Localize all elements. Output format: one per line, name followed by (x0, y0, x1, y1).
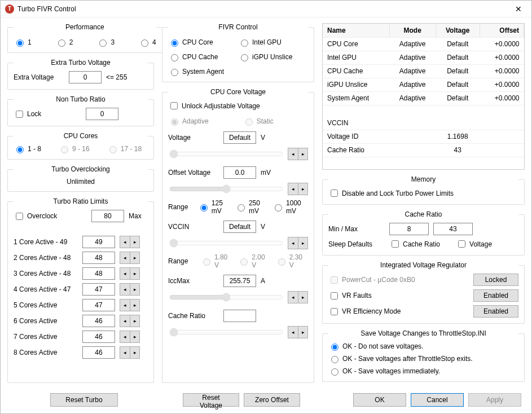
turbo-row-inc-2[interactable]: ▸ (130, 267, 140, 280)
table-row[interactable]: CPU CoreAdaptiveDefault+0.0000 (323, 37, 524, 51)
performance-1[interactable]: 1 (14, 38, 32, 47)
th-voltage[interactable]: Voltage (436, 24, 480, 37)
powercut-status[interactable]: Locked (473, 274, 518, 286)
vccin-dec[interactable]: ◂ (288, 237, 298, 249)
voltage-input[interactable] (223, 131, 256, 144)
vr-efficiency-status[interactable]: Enabled (473, 305, 518, 318)
cache-ratio-slider[interactable] (169, 327, 283, 338)
voltage-inc[interactable]: ▸ (298, 148, 308, 160)
table-row[interactable]: Cache Ratio43 (323, 143, 524, 157)
reset-turbo-button[interactable]: Reset Turbo (50, 393, 118, 407)
turbo-row-input-0[interactable] (82, 236, 115, 248)
unlock-voltage-checkbox[interactable]: Unlock Adjustable Voltage (168, 100, 308, 111)
offset-input[interactable] (223, 166, 256, 179)
vccin-slider[interactable] (169, 237, 283, 249)
turbo-row-inc-5[interactable]: ▸ (130, 315, 140, 327)
turbo-row-inc-1[interactable]: ▸ (130, 252, 140, 264)
turbo-row-dec-2[interactable]: ◂ (120, 267, 130, 280)
fivr-igpu-unslice[interactable]: iGPU Unslice (238, 52, 308, 61)
close-button[interactable]: ✕ (505, 1, 531, 17)
vccin-range-180[interactable]: 1.80 V (200, 253, 233, 269)
vr-faults-status[interactable]: Enabled (473, 289, 518, 302)
th-name[interactable]: Name (323, 24, 389, 37)
turbo-row-input-6[interactable] (82, 331, 115, 343)
table-row[interactable]: System AgentAdaptiveDefault+0.0000 (323, 91, 524, 105)
reset-voltage-button[interactable]: Reset Voltage (183, 393, 239, 407)
offset-inc[interactable]: ▸ (298, 183, 308, 195)
iccmax-inc[interactable]: ▸ (298, 291, 308, 303)
turbo-row-inc-6[interactable]: ▸ (130, 331, 140, 343)
save-opt-0[interactable]: OK - Do not save voltages. (328, 342, 518, 351)
powercut-checkbox[interactable]: PowerCut - µCode 0xB0 (328, 275, 469, 285)
table-row[interactable]: CPU CacheAdaptiveDefault+0.0000 (323, 64, 524, 78)
fivr-cpu-cache[interactable]: CPU Cache (168, 52, 238, 61)
cache-max-input[interactable] (433, 223, 473, 235)
turbo-row-dec-1[interactable]: ◂ (120, 252, 130, 264)
lock-checkbox[interactable]: Lock (14, 109, 41, 120)
turbo-row-dec-4[interactable]: ◂ (120, 299, 130, 311)
range-125[interactable]: 125 mV (197, 199, 230, 215)
fivr-intel-gpu[interactable]: Intel GPU (238, 38, 308, 47)
overclock-checkbox[interactable]: Overclock (14, 211, 57, 222)
voltage-dec[interactable]: ◂ (288, 148, 298, 160)
voltage-table[interactable]: Name Mode Voltage Offset CPU CoreAdaptiv… (322, 23, 525, 170)
offset-dec[interactable]: ◂ (288, 183, 298, 195)
iccmax-dec[interactable]: ◂ (288, 291, 298, 303)
cpu-cores-9-16[interactable]: 9 - 16 (58, 144, 90, 153)
cache-min-input[interactable] (389, 223, 429, 235)
fivr-system-agent[interactable]: System Agent (168, 67, 238, 76)
vccin-range-230[interactable]: 2.30 V (275, 253, 308, 269)
save-opt-1[interactable]: OK - Save voltages after ThrottleStop ex… (328, 354, 518, 363)
apply-button[interactable]: Apply (468, 393, 521, 407)
turbo-row-input-2[interactable] (82, 267, 115, 280)
performance-4[interactable]: 4 (138, 38, 156, 47)
turbo-row-input-7[interactable] (82, 346, 115, 359)
disable-turbo-limits-checkbox[interactable]: Disable and Lock Turbo Power Limits (328, 188, 518, 199)
turbo-row-input-3[interactable] (82, 283, 115, 296)
turbo-row-input-4[interactable] (82, 299, 115, 311)
fivr-cpu-core[interactable]: CPU Core (168, 38, 238, 47)
turbo-max-input[interactable] (91, 210, 124, 222)
th-mode[interactable]: Mode (389, 24, 436, 37)
vccin-input[interactable] (223, 221, 256, 233)
turbo-row-dec-5[interactable]: ◂ (120, 315, 130, 327)
turbo-row-input-5[interactable] (82, 315, 115, 327)
iccmax-input[interactable] (223, 275, 256, 287)
vccin-inc[interactable]: ▸ (298, 237, 308, 249)
performance-3[interactable]: 3 (96, 38, 115, 47)
vr-efficiency-checkbox[interactable]: VR Efficiency Mode (328, 306, 469, 317)
turbo-row-dec-3[interactable]: ◂ (120, 283, 130, 296)
vr-faults-checkbox[interactable]: VR Faults (328, 290, 469, 301)
turbo-row-input-1[interactable] (82, 252, 115, 264)
turbo-row-dec-0[interactable]: ◂ (120, 236, 130, 248)
voltage-slider[interactable] (169, 148, 283, 160)
range-1000[interactable]: 1000 mV (272, 199, 308, 215)
cache-ratio-input[interactable] (223, 310, 256, 322)
cache-ratio-dec[interactable]: ◂ (288, 326, 298, 338)
turbo-row-dec-6[interactable]: ◂ (120, 331, 130, 343)
extra-voltage-input[interactable] (69, 71, 102, 83)
mode-static[interactable]: Static (243, 117, 274, 126)
table-row[interactable]: Intel GPUAdaptiveDefault+0.0000 (323, 51, 524, 64)
cpu-cores-1-8[interactable]: 1 - 8 (14, 144, 41, 153)
table-row[interactable]: VCCIN (323, 116, 524, 130)
turbo-row-inc-7[interactable]: ▸ (130, 346, 140, 359)
vccin-range-200[interactable]: 2.00 V (238, 253, 270, 269)
table-row[interactable]: Voltage ID1.1698 (323, 130, 524, 143)
turbo-row-inc-0[interactable]: ▸ (130, 236, 140, 248)
turbo-row-inc-3[interactable]: ▸ (130, 283, 140, 296)
non-turbo-input[interactable] (86, 108, 118, 120)
zero-offset-button[interactable]: Zero Offset (244, 393, 300, 407)
offset-slider[interactable] (169, 183, 283, 195)
save-opt-2[interactable]: OK - Save voltages immediately. (328, 367, 518, 376)
cache-ratio-inc[interactable]: ▸ (298, 326, 308, 338)
sleep-cache-ratio-checkbox[interactable]: Cache Ratio (389, 239, 440, 249)
cpu-cores-17-18[interactable]: 17 - 18 (107, 144, 142, 153)
turbo-row-inc-4[interactable]: ▸ (130, 299, 140, 311)
cancel-button[interactable]: Cancel (411, 393, 464, 407)
mode-adaptive[interactable]: Adaptive (168, 117, 209, 126)
th-offset[interactable]: Offset (480, 24, 524, 37)
ok-button[interactable]: OK (353, 393, 406, 407)
performance-2[interactable]: 2 (55, 38, 73, 47)
range-250[interactable]: 250 mV (235, 199, 267, 215)
